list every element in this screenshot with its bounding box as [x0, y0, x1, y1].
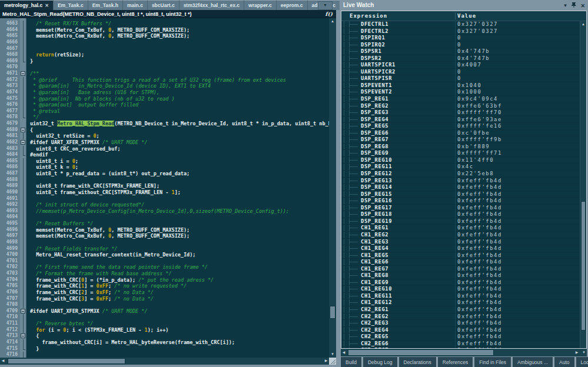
watch-value[interactable]: 0xfeff'fb4d [457, 299, 502, 306]
watch-row[interactable]: DSP_REG110x4c [341, 164, 580, 171]
editor-tab[interactable]: metrology_hal.c✕ [0, 0, 54, 10]
code-line[interactable]: /* Reverse bytes */ [30, 321, 329, 327]
dock-tab-ambiguous[interactable]: Ambiguous ... [512, 357, 553, 367]
watch-expression[interactable]: DSP_REG5 [361, 123, 388, 129]
code-line[interactable]: for (i = 0; i < (STPM3x_FRAME_LEN - 1); … [30, 327, 329, 333]
watch-expression[interactable]: CH2_REG3 [361, 320, 388, 326]
watch-expression[interactable]: CH1_REG1 [361, 225, 388, 231]
code-line[interactable]: frame_with_CRC[1] = 0xFF; /* no write re… [30, 283, 329, 289]
watch-horizontal-scrollbar[interactable]: ◀ ▶ ▼ [341, 349, 587, 356]
watch-row[interactable]: DSP_REG20xffe6'63bf [341, 103, 580, 110]
watch-value[interactable]: 0xfeff'fb4d [457, 191, 502, 198]
code-line[interactable]: /* Reset Buffers */ [30, 221, 329, 227]
line-number[interactable]: 4703 [0, 271, 20, 277]
watch-expression[interactable]: CH1_REG4 [361, 245, 388, 252]
code-line[interactable]: memset(Metro_Com_RxBuf, 0, METRO_BUFF_CO… [30, 233, 329, 239]
watch-expression[interactable]: CH2_REG6 [361, 341, 388, 347]
code-line[interactable]: /** [30, 71, 329, 77]
code-line[interactable] [30, 302, 329, 308]
line-number[interactable]: 4699 [0, 246, 20, 252]
fold-toggle-icon[interactable] [20, 308, 26, 315]
line-number[interactable]: 4693 [0, 208, 20, 215]
watch-row[interactable]: DFECTRL10x327'0327 [341, 21, 580, 28]
line-number[interactable]: 4692 [0, 202, 20, 208]
watch-value[interactable]: 0x327'0327 [457, 21, 498, 28]
line-number[interactable]: 4679 [0, 121, 20, 127]
line-number[interactable]: 4671 [0, 71, 20, 77]
watch-expression[interactable]: CH2_REG4 [361, 327, 388, 333]
watch-row[interactable]: DSP_REG30xffff'ff70 [341, 109, 580, 116]
code-line[interactable] [30, 258, 329, 265]
watch-row[interactable]: DSP_REG70xffff'ff9b [341, 136, 580, 144]
watch-value[interactable]: 0xfeff'fb4d [457, 279, 502, 286]
code-line[interactable] [30, 314, 329, 321]
line-number[interactable]: 4674 [0, 89, 20, 96]
watch-value[interactable]: 0xc'0fbe [457, 130, 490, 136]
watch-value[interactable]: 0 [457, 42, 461, 48]
watch-expression[interactable]: CH2_REG7 [361, 347, 388, 348]
code-line[interactable] [30, 214, 329, 221]
line-number[interactable]: 4682 [0, 139, 20, 146]
watch-value[interactable]: 0xffe6'93ae [457, 116, 502, 123]
watch-value[interactable]: 0xfeff'fb4d [457, 218, 502, 225]
code-line[interactable]: frame_without_CRC[i] = Metro_HAL_byteRev… [30, 339, 329, 346]
watch-value[interactable]: 0x22'5eb8 [457, 171, 494, 177]
line-number[interactable]: 4700 [0, 252, 20, 258]
code-line[interactable]: * @param[in] in_Metro_Device_Id (device … [30, 83, 329, 89]
watch-expression[interactable]: DSP_REG2 [361, 103, 388, 109]
watch-value[interactable]: 0x1040 [457, 82, 481, 89]
tab-list-dropdown-button[interactable]: ▼ [318, 1, 333, 10]
watch-row[interactable]: UARTSPICR20 [341, 69, 580, 76]
watch-expression[interactable]: CH1_REG7 [361, 266, 388, 272]
watch-value[interactable]: 0xffff'ff70 [457, 109, 502, 116]
line-number[interactable]: 4712 [0, 327, 20, 333]
watch-expression[interactable]: CH1_REG11 [361, 293, 392, 299]
watch-value[interactable]: 0xb'f889 [457, 144, 490, 150]
watch-value[interactable]: 0xfeff'fb4d [457, 313, 502, 320]
code-line[interactable]: memset(Metro_Com_TxBuf, 0, METRO_BUFF_CO… [30, 27, 329, 34]
watch-row[interactable]: DSPEVENT10x1040 [341, 82, 580, 89]
scroll-right-icon[interactable]: ▶ [574, 349, 580, 355]
watch-expression[interactable]: CH2_REG2 [361, 313, 388, 320]
editor-vscroll-thumb[interactable] [330, 306, 335, 319]
watch-value[interactable]: 0x327'0327 [457, 28, 498, 35]
code-line[interactable]: Metro_HAL_reset_transfer_context(in_Metr… [30, 252, 329, 258]
watch-value[interactable]: 0xffff'ff9b [457, 136, 502, 143]
watch-expression[interactable]: CH1_REG5 [361, 252, 388, 259]
watch-row[interactable]: CH2_REG70xfeff'fb4d [341, 347, 580, 348]
code-line[interactable] [30, 64, 329, 71]
line-number[interactable]: 4690 [0, 189, 20, 196]
tab-close-icon[interactable]: ✕ [45, 3, 49, 8]
watch-row[interactable]: CH1_REG20xfeff'fb4d [341, 232, 580, 239]
watch-row[interactable]: DSP_REG170xfeff'fb4d [341, 205, 580, 212]
watch-row[interactable]: CH1_REG10xfeff'fb4d [341, 225, 580, 232]
editor-tab[interactable]: sbcUart.c [148, 0, 180, 10]
watch-value[interactable]: 0 [457, 35, 461, 41]
line-number[interactable]: 4705 [0, 283, 20, 289]
watch-expression[interactable]: UARTSPICR2 [361, 69, 396, 75]
code-line[interactable]: } [30, 346, 329, 352]
code-editor[interactable]: 4663466446654666466746684669467046714672… [0, 18, 336, 365]
line-number[interactable]: 4716 [0, 352, 20, 358]
editor-tab[interactable]: stm32f4xx_hal_rtc_ex.c [180, 0, 244, 10]
watch-expression[interactable]: DSP_REG4 [361, 116, 388, 123]
watch-row[interactable]: CH1_REG90xfeff'fb4d [341, 279, 580, 286]
function-scope-bar[interactable]: Metro_HAL_Stpm_Read(METRO_NB_Device_t, u… [0, 10, 336, 18]
watch-row[interactable]: DSP_REG50xffff'fe16 [341, 123, 580, 130]
resize-grip[interactable] [329, 358, 336, 365]
code-line[interactable]: //memset(p_Metro_Device_Config[in_Metro_… [30, 208, 329, 215]
watch-expression[interactable]: DSP_REG19 [361, 218, 392, 225]
line-number[interactable]: 4681 [0, 133, 20, 139]
fold-toggle-icon[interactable] [20, 127, 26, 134]
watch-row[interactable]: DSP_REG150xfeff'fb4d [341, 191, 580, 198]
watch-row[interactable]: DSPEVENT20x1000 [341, 89, 580, 96]
watch-value[interactable]: 0xffe6'63bf [457, 103, 502, 109]
watch-value[interactable]: 0xfeff'fb4d [457, 239, 502, 245]
watch-expression[interactable]: CH2_REG1 [361, 306, 388, 313]
line-number[interactable]: 4664 [0, 27, 20, 34]
dock-tab-auto[interactable]: Auto [554, 357, 575, 367]
scroll-left-icon[interactable]: ◀ [0, 358, 6, 364]
code-line[interactable]: * @brief This function trigs a read of a… [30, 77, 329, 84]
watch-value[interactable]: 0xfeff'fb4d [457, 320, 502, 326]
watch-row[interactable]: DSP_REG120x22'5eb8 [341, 171, 580, 178]
